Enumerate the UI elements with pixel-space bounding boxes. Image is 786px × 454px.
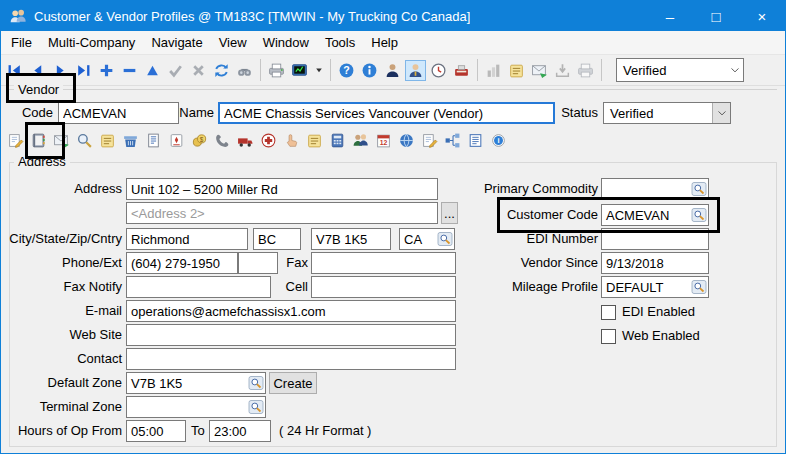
lookup-icon[interactable]	[248, 375, 264, 391]
edit-record-icon[interactable]	[142, 60, 163, 81]
list-icon[interactable]	[465, 130, 486, 151]
container-icon[interactable]	[120, 130, 141, 151]
address-input[interactable]	[126, 178, 438, 200]
menu-view[interactable]: View	[211, 32, 255, 53]
prior-record-icon[interactable]	[27, 60, 48, 81]
refresh-icon[interactable]	[211, 60, 232, 81]
customer-code-label: Customer Code	[441, 204, 598, 226]
delete-record-icon[interactable]	[119, 60, 140, 81]
address-group-label: Address	[14, 154, 70, 169]
console-icon[interactable]	[289, 60, 310, 81]
menu-multi-company[interactable]: Multi-Company	[40, 32, 143, 53]
name-input[interactable]	[218, 102, 555, 124]
edi-enabled-checkbox[interactable]	[601, 305, 616, 320]
edit-note-icon[interactable]	[5, 130, 26, 151]
maximize-button[interactable]: □	[693, 1, 739, 31]
chart-icon[interactable]	[483, 60, 504, 81]
calculator-icon[interactable]	[327, 130, 348, 151]
cancel-edit-icon[interactable]	[188, 60, 209, 81]
last-record-icon[interactable]	[73, 60, 94, 81]
rate-card-icon[interactable]	[166, 130, 187, 151]
lookup-icon[interactable]	[691, 279, 707, 295]
vendor-since-label: Vendor Since	[441, 252, 598, 274]
fax-notify-input[interactable]	[126, 276, 271, 298]
zoom-icon[interactable]	[74, 130, 95, 151]
vendor-group-label: Vendor	[14, 82, 63, 97]
primary-commodity-field[interactable]	[601, 178, 709, 200]
insert-record-icon[interactable]	[96, 60, 117, 81]
import-icon[interactable]	[552, 60, 573, 81]
mileage-profile-field[interactable]: DEFAULT	[601, 276, 709, 298]
notes-icon[interactable]	[506, 60, 527, 81]
post-edit-icon[interactable]	[165, 60, 186, 81]
send-mail-icon[interactable]	[529, 60, 550, 81]
customer-code-value: ACMEVAN	[602, 208, 691, 223]
menu-navigate[interactable]: Navigate	[143, 32, 210, 53]
create-button[interactable]: Create	[269, 372, 317, 394]
print-icon[interactable]	[266, 60, 287, 81]
menu-tools[interactable]: Tools	[317, 32, 363, 53]
customers-icon[interactable]	[382, 60, 403, 81]
edi-number-input[interactable]	[601, 228, 709, 250]
email-input[interactable]	[126, 300, 456, 322]
chevron-down-icon[interactable]	[726, 59, 743, 81]
status-dropdown[interactable]: Verified	[603, 102, 731, 124]
export-icon[interactable]	[575, 60, 596, 81]
close-button[interactable]: ×	[739, 1, 785, 31]
fax-input[interactable]	[311, 252, 456, 274]
contacts-icon[interactable]	[350, 130, 371, 151]
memo-icon[interactable]	[304, 130, 325, 151]
website-input[interactable]	[126, 324, 456, 346]
lookup-icon[interactable]	[691, 181, 707, 197]
vendor-since-input[interactable]	[601, 252, 709, 274]
dropdown-chevron-icon[interactable]	[312, 60, 325, 81]
address-book-icon[interactable]	[28, 130, 49, 151]
history-icon[interactable]	[428, 60, 449, 81]
menu-window[interactable]: Window	[255, 32, 317, 53]
lookup-icon[interactable]	[691, 207, 707, 223]
menu-file[interactable]: File	[3, 32, 40, 53]
edit-doc-icon[interactable]	[419, 130, 440, 151]
hours-format-note: ( 24 Hr Format )	[279, 420, 371, 442]
hours-from-input[interactable]	[126, 420, 186, 442]
info-round-icon[interactable]	[359, 60, 380, 81]
customer-code-field[interactable]: ACMEVAN	[601, 204, 709, 226]
money-icon[interactable]: $	[189, 130, 210, 151]
help-icon[interactable]: ?	[336, 60, 357, 81]
first-record-icon[interactable]	[4, 60, 25, 81]
minimize-button[interactable]: –	[647, 1, 693, 31]
hierarchy-icon[interactable]	[442, 130, 463, 151]
find-icon[interactable]	[234, 60, 255, 81]
about-icon[interactable]: i	[488, 130, 509, 151]
chevron-down-icon[interactable]	[712, 103, 730, 123]
send-mail-icon[interactable]	[51, 130, 72, 151]
cell-label: Cell	[271, 276, 308, 298]
notes-icon[interactable]	[97, 130, 118, 151]
truck-icon[interactable]	[235, 130, 256, 151]
lookup-icon[interactable]	[248, 399, 264, 415]
safety-icon[interactable]	[258, 130, 279, 151]
address2-input[interactable]	[126, 202, 438, 224]
cell-input[interactable]	[311, 276, 456, 298]
web-enabled-checkbox[interactable]	[601, 329, 616, 344]
email-label: E-mail	[1, 300, 122, 322]
next-record-icon[interactable]	[50, 60, 71, 81]
terminal-zone-field[interactable]	[126, 396, 266, 418]
web-icon[interactable]	[396, 130, 417, 151]
phone-input[interactable]	[126, 252, 238, 274]
pointer-icon[interactable]	[281, 130, 302, 151]
phone-icon[interactable]	[212, 130, 233, 151]
contact-input[interactable]	[126, 348, 456, 370]
state-input[interactable]	[253, 228, 301, 250]
zip-input[interactable]	[311, 228, 391, 250]
report-icon[interactable]	[143, 130, 164, 151]
tools-icon[interactable]	[451, 60, 472, 81]
default-zone-value: V7B 1K5	[127, 376, 248, 391]
calendar-icon[interactable]: 12	[373, 130, 394, 151]
vendors-icon[interactable]	[405, 60, 426, 81]
menu-help[interactable]: Help	[363, 32, 406, 53]
hours-to-input[interactable]	[209, 420, 271, 442]
city-input[interactable]	[126, 228, 248, 250]
default-zone-field[interactable]: V7B 1K5	[126, 372, 266, 394]
toolbar-status-dropdown[interactable]: Verified	[616, 58, 744, 82]
